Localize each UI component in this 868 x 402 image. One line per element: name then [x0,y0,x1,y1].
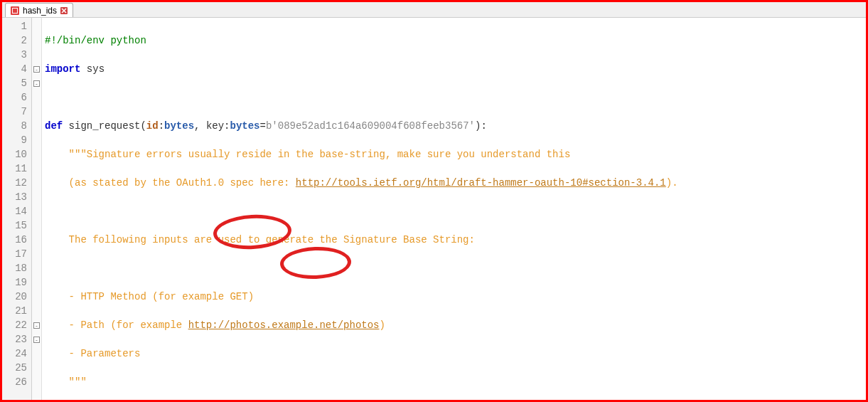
svg-rect-2 [13,9,17,13]
file-tab-hash-ids[interactable]: hash_ids [5,3,73,17]
line-number: 1 [4,19,27,33]
line-number: 19 [4,275,27,290]
line-number: 23 [4,332,27,347]
code-line: #!/bin/env python [45,33,863,48]
line-number: 26 [4,375,27,389]
close-icon[interactable] [60,6,68,15]
editor-window: hash_ids 1 2 3 4 5 6 7 8 9 10 11 12 13 1… [0,0,868,402]
line-number: 13 [4,190,27,204]
code-line: def sign_request(id:bytes, key:bytes=b'0… [45,119,863,133]
code-line: """Signature errors usually reside in th… [45,147,863,162]
file-icon [10,6,20,16]
code-editor[interactable]: 1 2 3 4 5 6 7 8 9 10 11 12 13 14 15 16 1… [2,18,866,400]
line-number: 4 [4,62,27,76]
code-line: """ [45,375,863,389]
line-number: 7 [4,105,27,119]
line-number: 15 [4,218,27,233]
code-line: import sys [45,62,863,76]
fold-column: - - - - [32,18,42,400]
line-number: 12 [4,176,27,190]
code-line: - HTTP Method (for example GET) [45,290,863,304]
line-number-gutter: 1 2 3 4 5 6 7 8 9 10 11 12 13 14 15 16 1… [2,18,32,400]
fold-toggle-icon[interactable]: - [33,322,40,329]
fold-toggle-icon[interactable]: - [33,66,40,73]
line-number: 16 [4,233,27,247]
line-number: 25 [4,361,27,375]
line-number: 22 [4,318,27,332]
line-number: 14 [4,204,27,218]
code-area[interactable]: #!/bin/env python import sys def sign_re… [42,18,866,400]
tab-bar: hash_ids [2,2,866,18]
code-line: - Path (for example http://photos.exampl… [45,318,863,332]
fold-toggle-icon[interactable]: - [33,337,40,343]
fold-toggle-icon[interactable]: - [33,80,40,87]
line-number: 5 [4,76,27,90]
line-number: 20 [4,290,27,304]
tab-filename: hash_ids [23,6,57,16]
code-line: The following inputs are used to generat… [45,233,863,247]
line-number: 24 [4,347,27,361]
code-line [45,90,863,105]
line-number: 17 [4,247,27,261]
line-number: 10 [4,147,27,162]
code-line [45,204,863,218]
code-line [45,261,863,275]
code-line: - Parameters [45,347,863,361]
line-number: 11 [4,162,27,176]
line-number: 18 [4,261,27,275]
code-line: (as stated by the OAuth1.0 spec here: ht… [45,176,863,190]
line-number: 6 [4,90,27,105]
line-number: 9 [4,133,27,147]
line-number: 2 [4,33,27,48]
line-number: 8 [4,119,27,133]
line-number: 21 [4,304,27,318]
line-number: 3 [4,48,27,62]
